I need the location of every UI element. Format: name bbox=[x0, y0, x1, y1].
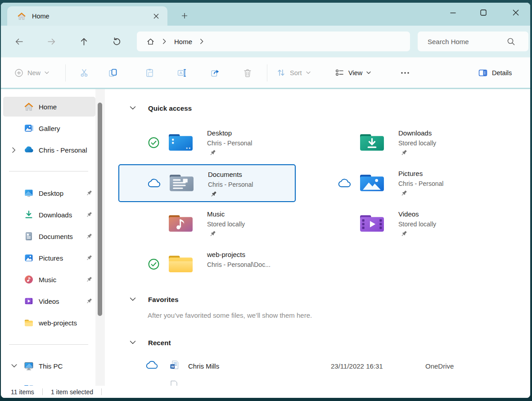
search-box[interactable] bbox=[418, 32, 528, 51]
content-area: Home Gallery bbox=[1, 89, 530, 386]
search-input[interactable] bbox=[428, 38, 502, 45]
sort-button[interactable]: Sort bbox=[273, 63, 314, 83]
sidebar-item-pictures[interactable]: Pictures bbox=[3, 248, 95, 268]
pictures-folder-icon bbox=[359, 173, 385, 194]
this-pc-icon bbox=[24, 361, 34, 371]
back-button[interactable] bbox=[9, 32, 29, 51]
word-document-icon: W bbox=[169, 360, 180, 372]
sidebar-item-web-projects[interactable]: web-projects bbox=[3, 313, 95, 333]
chevron-down-icon[interactable] bbox=[130, 340, 137, 345]
item-name: Desktop bbox=[207, 128, 252, 138]
tab-bar: Home bbox=[1, 3, 530, 26]
section-title: Favorites bbox=[148, 296, 179, 303]
synced-check-icon bbox=[147, 137, 160, 149]
refresh-button[interactable] bbox=[106, 32, 126, 51]
cloud-status-icon bbox=[148, 179, 161, 188]
share-icon bbox=[210, 68, 220, 78]
sidebar-item-gallery[interactable]: Gallery bbox=[3, 118, 95, 138]
sort-label: Sort bbox=[290, 69, 302, 77]
item-subtitle: Chris - Personal bbox=[398, 179, 443, 189]
chevron-down-icon[interactable] bbox=[130, 297, 137, 302]
breadcrumb-home-icon[interactable] bbox=[146, 37, 155, 46]
quick-access-item-web-projects[interactable]: web-projects Chris - Personal\Doc... bbox=[118, 245, 296, 283]
tab-close-icon[interactable] bbox=[150, 10, 162, 22]
sidebar-item-videos[interactable]: Videos bbox=[3, 291, 95, 311]
item-name: Music bbox=[207, 209, 245, 219]
maximize-icon bbox=[480, 9, 487, 16]
close-button[interactable] bbox=[502, 5, 529, 21]
section-favorites[interactable]: Favorites bbox=[108, 293, 179, 306]
item-name: Videos bbox=[398, 209, 436, 219]
new-plus-icon bbox=[14, 68, 23, 77]
forward-button[interactable] bbox=[41, 32, 61, 51]
up-button[interactable] bbox=[74, 32, 94, 51]
chevron-right-icon[interactable] bbox=[200, 39, 204, 44]
details-button[interactable]: Details bbox=[474, 63, 515, 83]
pin-icon bbox=[86, 189, 93, 198]
quick-access-item-videos[interactable]: Videos Stored locally bbox=[310, 205, 487, 243]
address-bar[interactable]: Home bbox=[137, 32, 410, 51]
sidebar-item-documents[interactable]: Documents bbox=[3, 226, 95, 246]
selection-count: 1 item selected bbox=[51, 388, 93, 396]
minimize-button[interactable] bbox=[439, 5, 466, 21]
sidebar-item-desktop[interactable]: Desktop bbox=[3, 183, 95, 203]
copy-icon bbox=[108, 68, 118, 78]
chevron-down-icon[interactable] bbox=[130, 106, 137, 110]
items-count: 11 items bbox=[11, 388, 34, 396]
maximize-button[interactable] bbox=[470, 5, 497, 21]
sidebar-item-onedrive[interactable]: Chris - Personal bbox=[3, 140, 95, 160]
quick-access-item-downloads[interactable]: Downloads Stored locally bbox=[310, 124, 487, 162]
view-button[interactable]: View bbox=[331, 63, 374, 83]
section-recent[interactable]: Recent bbox=[108, 336, 171, 349]
delete-icon bbox=[243, 68, 252, 78]
desktop-icon bbox=[24, 188, 34, 198]
paste-button[interactable] bbox=[140, 63, 160, 83]
section-title: Recent bbox=[148, 339, 171, 347]
videos-icon bbox=[24, 296, 34, 306]
more-options-button[interactable] bbox=[395, 63, 415, 83]
quick-access-item-pictures[interactable]: Pictures Chris - Personal bbox=[310, 164, 487, 202]
details-label: Details bbox=[492, 69, 512, 77]
item-name: Pictures bbox=[398, 168, 443, 179]
rename-button[interactable]: A bbox=[172, 63, 192, 83]
downloads-icon bbox=[24, 210, 34, 220]
chevron-down-icon bbox=[306, 71, 311, 74]
collapse-chevron-icon[interactable] bbox=[11, 364, 17, 368]
sidebar-item-music[interactable]: Music bbox=[3, 270, 95, 289]
item-subtitle: Chris - Personal bbox=[208, 180, 253, 190]
sidebar-scrollbar-thumb[interactable] bbox=[98, 103, 102, 316]
synced-check-icon bbox=[147, 258, 160, 270]
quick-access-item-music[interactable]: Music Stored locally bbox=[118, 205, 296, 243]
sidebar-item-partial[interactable] bbox=[3, 378, 95, 386]
share-button[interactable] bbox=[205, 63, 225, 83]
sidebar-item-downloads[interactable]: Downloads bbox=[3, 205, 95, 225]
sidebar-item-home[interactable]: Home bbox=[3, 97, 95, 117]
toolbar-separator bbox=[267, 64, 267, 81]
pin-icon bbox=[86, 211, 93, 220]
refresh-icon bbox=[112, 37, 121, 46]
pin-icon bbox=[86, 254, 93, 263]
recent-file-row[interactable]: W Chris Mills 23/11/2022 16:31 OneDrive bbox=[108, 358, 530, 374]
expand-chevron-icon[interactable] bbox=[12, 147, 16, 153]
folder-icon bbox=[24, 318, 34, 328]
cut-button[interactable] bbox=[74, 63, 94, 83]
up-arrow-icon bbox=[79, 37, 89, 46]
more-options-icon bbox=[400, 68, 410, 78]
section-title: Quick access bbox=[148, 104, 192, 112]
delete-button[interactable] bbox=[238, 63, 257, 83]
tab-home[interactable]: Home bbox=[7, 6, 167, 26]
quick-access-item-desktop[interactable]: Desktop Chris - Personal bbox=[118, 124, 296, 162]
section-quick-access[interactable]: Quick access bbox=[108, 101, 192, 115]
details-pane-icon bbox=[478, 68, 488, 78]
sidebar-item-this-pc[interactable]: This PC bbox=[3, 356, 95, 376]
view-list-icon bbox=[335, 68, 344, 77]
copy-button[interactable] bbox=[103, 63, 123, 83]
new-button[interactable]: New bbox=[11, 63, 53, 83]
breadcrumb-item-home[interactable]: Home bbox=[174, 38, 192, 45]
sidebar-scrollbar[interactable] bbox=[95, 89, 105, 386]
new-tab-button[interactable] bbox=[178, 9, 191, 23]
navigation-bar: Home bbox=[1, 26, 530, 57]
search-icon[interactable] bbox=[507, 37, 515, 48]
quick-access-item-documents[interactable]: Documents Chris - Personal bbox=[118, 164, 296, 202]
minimize-icon bbox=[450, 10, 456, 16]
